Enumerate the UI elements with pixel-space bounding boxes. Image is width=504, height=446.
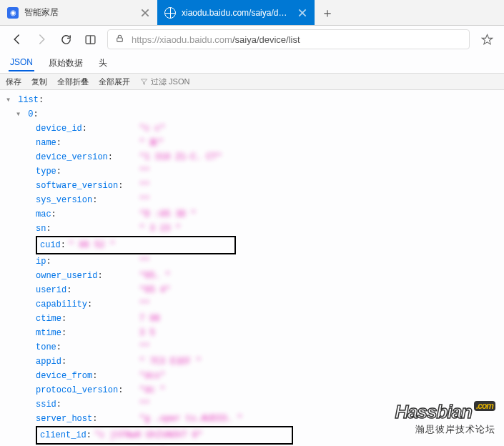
json-value: ""	[139, 340, 149, 355]
copy-button[interactable]: 复制	[31, 76, 47, 87]
json-key[interactable]: ssid	[36, 400, 56, 410]
json-value: "dc "	[139, 383, 165, 397]
json-key[interactable]: appid	[36, 357, 61, 367]
funnel-icon	[140, 78, 148, 86]
json-value: ""	[139, 193, 149, 207]
json-field-name: name:" 家"	[36, 136, 498, 150]
json-key[interactable]: ip	[36, 257, 46, 267]
filter-field[interactable]	[140, 77, 208, 86]
caret-icon[interactable]: ▾	[16, 107, 23, 122]
json-key[interactable]: sys_version	[36, 195, 92, 205]
json-value: 7 08	[139, 312, 160, 326]
json-field-capability: capability:""	[36, 297, 498, 312]
back-button[interactable]	[10, 32, 24, 46]
json-field-ip: ip:""	[36, 254, 498, 269]
expand-all-button[interactable]: 全部展开	[99, 76, 130, 87]
json-field-ssid: ssid:""	[36, 397, 498, 412]
collapse-all-button[interactable]: 全部折叠	[57, 76, 89, 87]
json-field-device-id: device_id:"c c"	[36, 122, 498, 136]
json-value: ""	[139, 297, 149, 312]
json-field-device-from: device_from:"dcs"	[36, 369, 498, 383]
json-value: ""	[139, 164, 149, 179]
json-value: "c jtFNwH UhIVAOV7 0"	[94, 430, 202, 440]
json-value: ""	[139, 254, 149, 269]
tab-json[interactable]: JSON	[9, 54, 34, 71]
json-value: " 家"	[139, 136, 164, 150]
json-key[interactable]: server_host	[36, 414, 92, 424]
browser-toolbar: https://xiaodu.baidu.com/saiya/device/li…	[0, 26, 504, 53]
json-field-sn: sn:" 3 23 "	[36, 222, 498, 236]
forward-button	[34, 32, 49, 46]
json-field-device-version: device_version:"1 310 Z1-C. CT"	[36, 150, 498, 164]
json-field-owner-userid: owner_userid:"65. "	[36, 269, 498, 283]
json-value: " 3 23 "	[139, 222, 181, 236]
close-icon[interactable]	[140, 8, 150, 18]
json-value: "1 310 Z1-C. CT"	[139, 150, 222, 164]
json-value: " 08 52 "	[69, 240, 115, 250]
json-field-client-id: client_id:"c jtFNwH UhIVAOV7 0"	[36, 426, 498, 445]
json-field-software-version: software_version:""	[36, 179, 498, 193]
json-value: "c c"	[139, 122, 165, 136]
browser-tab-bar: 智能家居 xiaodu.baidu.com/saiya/devic ＋	[0, 0, 504, 26]
json-field-protocol-version: protocol_version:"dc "	[36, 383, 498, 397]
address-bar[interactable]: https://xiaodu.baidu.com/saiya/device/li…	[107, 29, 470, 49]
json-key[interactable]: mac	[36, 209, 51, 219]
json-field-type: type:""	[36, 164, 498, 179]
json-key[interactable]: name	[36, 138, 56, 148]
json-value: 3 5	[139, 326, 155, 340]
json-field-appid: appid:" 7C3 E1EF "	[36, 355, 498, 369]
browser-tab-active[interactable]: xiaodu.baidu.com/saiya/devic	[157, 0, 315, 25]
caret-icon[interactable]: ▾	[6, 93, 13, 107]
json-value: "65 4"	[139, 283, 170, 297]
json-field-tone: tone:""	[36, 340, 498, 355]
json-viewer-actions: 保存 复制 全部折叠 全部展开	[0, 73, 504, 90]
json-key[interactable]: owner_userid	[36, 271, 97, 281]
json-value: ""	[139, 397, 149, 412]
json-key[interactable]: cuid	[40, 240, 61, 250]
url-text: https://xiaodu.baidu.com/saiya/device/li…	[132, 34, 300, 45]
tab-headers[interactable]: 头	[97, 54, 109, 72]
browser-tab-inactive[interactable]: 智能家居	[0, 0, 157, 25]
json-key[interactable]: capability	[36, 299, 87, 309]
tab-raw-data[interactable]: 原始数据	[47, 54, 84, 72]
json-viewer-tabs: JSON 原始数据 头	[0, 53, 504, 73]
json-key[interactable]: mtime	[36, 328, 61, 338]
json-key[interactable]: userid	[36, 285, 66, 295]
json-field-mac: mac:"D :05 3D "	[36, 207, 498, 222]
json-value: " 7C3 E1EF "	[139, 355, 201, 369]
json-field-userid: userid:"65 4"	[36, 283, 498, 297]
json-key[interactable]: device_id	[36, 124, 82, 134]
json-key[interactable]: device_version	[36, 152, 108, 162]
json-field-sys-version: sys_version:""	[36, 193, 498, 207]
json-value: "g .oper ts.AUDIO. "	[139, 412, 242, 426]
json-key[interactable]: software_version	[36, 181, 118, 191]
bookmark-star-icon[interactable]	[480, 32, 494, 46]
json-tree: ▾ list: ▾ 0: device_id:"c c"name:" 家"dev…	[0, 90, 504, 446]
json-field-mtime: mtime: 3 5	[36, 326, 498, 340]
json-key[interactable]: protocol_version	[36, 385, 118, 395]
json-field-ctime: ctime: 7 08	[36, 312, 498, 326]
json-key[interactable]: type	[36, 167, 56, 177]
json-key[interactable]: list	[18, 95, 39, 105]
filter-input[interactable]	[151, 77, 208, 86]
json-value: "65. "	[139, 269, 170, 283]
save-button[interactable]: 保存	[6, 76, 21, 87]
json-key[interactable]: ctime	[36, 314, 61, 324]
json-key[interactable]: client_id	[40, 430, 87, 440]
refresh-button[interactable]	[59, 32, 73, 46]
svg-rect-2	[117, 38, 123, 41]
new-tab-button[interactable]: ＋	[315, 0, 340, 25]
tab-title: xiaodu.baidu.com/saiya/devic	[182, 8, 292, 18]
json-key[interactable]: tone	[36, 342, 56, 352]
json-key[interactable]: device_from	[36, 371, 92, 381]
reader-mode-icon[interactable]	[83, 32, 97, 46]
json-value: "D :05 3D "	[139, 207, 196, 222]
tab-title: 智能家居	[24, 6, 134, 19]
json-value: "dcs"	[139, 369, 165, 383]
close-icon[interactable]	[297, 8, 307, 18]
globe-favicon-icon	[164, 7, 176, 19]
json-value: ""	[139, 179, 149, 193]
json-field-cuid: cuid:" 08 52 "	[36, 236, 498, 254]
json-key[interactable]: sn	[36, 224, 46, 234]
baidu-favicon-icon	[7, 7, 19, 19]
